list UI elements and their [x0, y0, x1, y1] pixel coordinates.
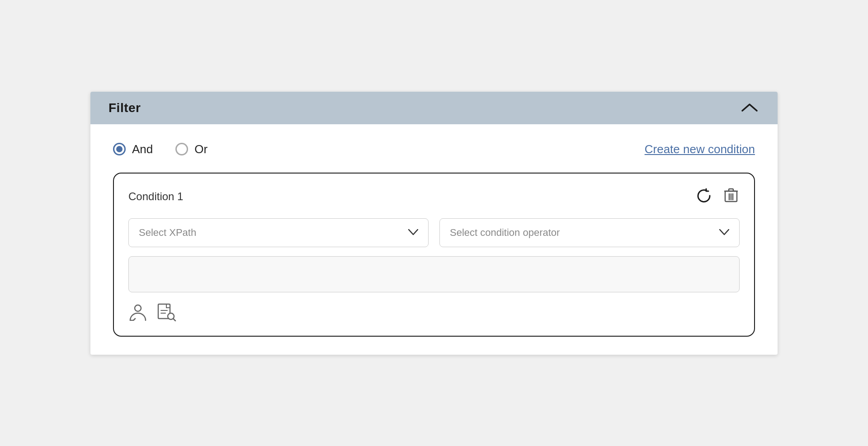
radio-or-indicator: [175, 143, 188, 155]
operator-placeholder: Select condition operator: [450, 227, 560, 239]
refresh-button[interactable]: [694, 186, 713, 207]
refresh-icon: [696, 188, 712, 203]
condition-card-header: Condition 1: [128, 186, 740, 207]
operator-select[interactable]: Select condition operator: [439, 218, 740, 247]
filter-options-row: And Or Create new condition: [113, 142, 755, 156]
svg-point-4: [135, 305, 141, 311]
filter-header: Filter: [90, 92, 778, 124]
xpath-select[interactable]: Select XPath: [128, 218, 429, 247]
condition-label: Condition 1: [128, 190, 183, 203]
chevron-up-icon: [741, 103, 758, 112]
filter-panel: Filter And Or Create new: [90, 92, 778, 355]
collapse-button[interactable]: [740, 101, 760, 115]
condition-actions: [694, 186, 740, 207]
radio-or-label: Or: [194, 142, 208, 156]
condition-value-input[interactable]: [128, 256, 740, 292]
radio-option-and[interactable]: And: [113, 142, 153, 156]
selects-row: Select XPath Select condition operator: [128, 218, 740, 247]
xpath-chevron-icon: [408, 227, 418, 238]
trash-icon: [724, 188, 738, 203]
radio-option-or[interactable]: Or: [175, 142, 208, 156]
condition-card: Condition 1: [113, 173, 755, 337]
create-new-condition-button[interactable]: Create new condition: [645, 142, 755, 156]
filter-body: And Or Create new condition Condition 1: [90, 124, 778, 355]
user-icon[interactable]: [128, 304, 147, 321]
operator-chevron-icon: [719, 227, 729, 238]
file-search-icon[interactable]: [156, 303, 177, 321]
radio-group: And Or: [113, 142, 208, 156]
svg-line-9: [173, 319, 175, 321]
filter-title: Filter: [108, 101, 141, 115]
radio-and-label: And: [132, 142, 153, 156]
delete-button[interactable]: [722, 186, 740, 207]
xpath-placeholder: Select XPath: [139, 227, 196, 239]
radio-and-indicator: [113, 143, 126, 155]
condition-footer-icons: [128, 301, 740, 321]
